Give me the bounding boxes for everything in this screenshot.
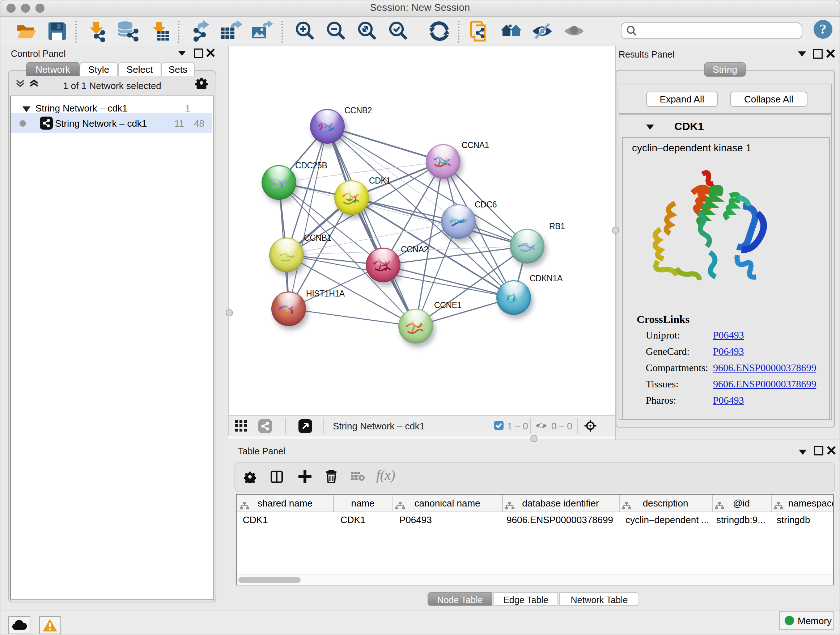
svg-text:?: ? [820,21,827,36]
